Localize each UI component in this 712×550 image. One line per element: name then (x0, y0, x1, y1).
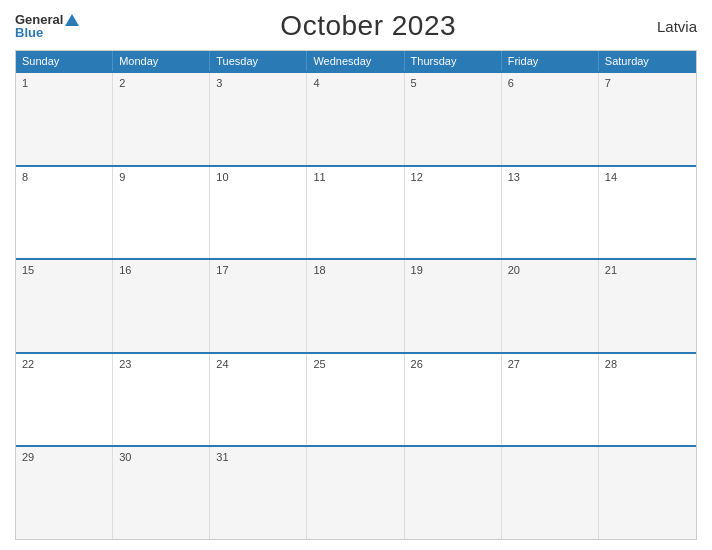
day-number: 31 (216, 451, 228, 463)
day-headers-row: SundayMondayTuesdayWednesdayThursdayFrid… (16, 51, 696, 71)
day-header-sunday: Sunday (16, 51, 113, 71)
day-cell: 7 (599, 73, 696, 165)
day-header-monday: Monday (113, 51, 210, 71)
day-number: 4 (313, 77, 319, 89)
day-cell (502, 447, 599, 539)
day-number: 28 (605, 358, 617, 370)
week-row-5: 293031 (16, 445, 696, 539)
day-cell: 10 (210, 167, 307, 259)
day-cell: 11 (307, 167, 404, 259)
day-cell: 15 (16, 260, 113, 352)
day-number: 17 (216, 264, 228, 276)
day-number: 19 (411, 264, 423, 276)
day-number: 27 (508, 358, 520, 370)
day-number: 20 (508, 264, 520, 276)
logo: General Blue (15, 13, 79, 39)
day-number: 12 (411, 171, 423, 183)
day-cell: 28 (599, 354, 696, 446)
header: General Blue October 2023 Latvia (15, 10, 697, 42)
day-number: 8 (22, 171, 28, 183)
logo-blue-text: Blue (15, 26, 43, 39)
day-number: 29 (22, 451, 34, 463)
day-number: 7 (605, 77, 611, 89)
day-number: 9 (119, 171, 125, 183)
day-header-friday: Friday (502, 51, 599, 71)
day-number: 21 (605, 264, 617, 276)
day-number: 22 (22, 358, 34, 370)
day-cell: 22 (16, 354, 113, 446)
day-cell: 24 (210, 354, 307, 446)
day-number: 14 (605, 171, 617, 183)
country-label: Latvia (657, 18, 697, 35)
day-cell: 30 (113, 447, 210, 539)
day-cell: 2 (113, 73, 210, 165)
day-cell: 27 (502, 354, 599, 446)
week-row-2: 891011121314 (16, 165, 696, 259)
day-cell: 26 (405, 354, 502, 446)
day-cell: 18 (307, 260, 404, 352)
day-number: 24 (216, 358, 228, 370)
day-header-thursday: Thursday (405, 51, 502, 71)
day-number: 30 (119, 451, 131, 463)
day-number: 18 (313, 264, 325, 276)
day-cell (599, 447, 696, 539)
day-header-saturday: Saturday (599, 51, 696, 71)
week-row-4: 22232425262728 (16, 352, 696, 446)
day-cell: 16 (113, 260, 210, 352)
day-cell: 21 (599, 260, 696, 352)
day-cell: 14 (599, 167, 696, 259)
day-cell: 29 (16, 447, 113, 539)
day-header-tuesday: Tuesday (210, 51, 307, 71)
day-cell: 1 (16, 73, 113, 165)
day-number: 3 (216, 77, 222, 89)
day-header-wednesday: Wednesday (307, 51, 404, 71)
day-number: 15 (22, 264, 34, 276)
day-cell (307, 447, 404, 539)
day-cell: 9 (113, 167, 210, 259)
day-cell: 5 (405, 73, 502, 165)
day-number: 16 (119, 264, 131, 276)
day-cell: 6 (502, 73, 599, 165)
day-cell: 31 (210, 447, 307, 539)
logo-triangle-icon (65, 14, 79, 26)
day-cell (405, 447, 502, 539)
calendar-grid: SundayMondayTuesdayWednesdayThursdayFrid… (15, 50, 697, 540)
day-cell: 3 (210, 73, 307, 165)
day-number: 23 (119, 358, 131, 370)
day-cell: 13 (502, 167, 599, 259)
day-number: 2 (119, 77, 125, 89)
weeks-container: 1234567891011121314151617181920212223242… (16, 71, 696, 539)
day-number: 10 (216, 171, 228, 183)
day-cell: 23 (113, 354, 210, 446)
day-cell: 25 (307, 354, 404, 446)
day-number: 25 (313, 358, 325, 370)
day-number: 11 (313, 171, 325, 183)
day-cell: 19 (405, 260, 502, 352)
day-number: 1 (22, 77, 28, 89)
day-number: 13 (508, 171, 520, 183)
day-cell: 8 (16, 167, 113, 259)
day-cell: 4 (307, 73, 404, 165)
calendar-page: General Blue October 2023 Latvia SundayM… (0, 0, 712, 550)
calendar-title: October 2023 (280, 10, 456, 42)
day-cell: 17 (210, 260, 307, 352)
day-cell: 12 (405, 167, 502, 259)
week-row-3: 15161718192021 (16, 258, 696, 352)
day-number: 6 (508, 77, 514, 89)
week-row-1: 1234567 (16, 71, 696, 165)
day-number: 26 (411, 358, 423, 370)
day-cell: 20 (502, 260, 599, 352)
day-number: 5 (411, 77, 417, 89)
